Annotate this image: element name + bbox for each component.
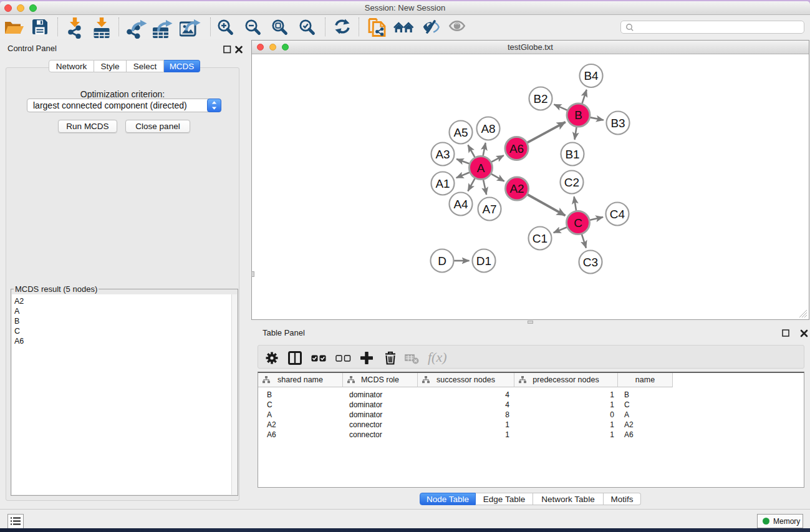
svg-text:A: A <box>477 162 485 175</box>
svg-text:A7: A7 <box>482 203 496 216</box>
svg-text:D: D <box>438 254 446 268</box>
svg-text:C1: C1 <box>533 232 547 245</box>
svg-text:C2: C2 <box>564 176 579 189</box>
svg-text:B1: B1 <box>565 148 579 161</box>
svg-text:B3: B3 <box>610 117 625 130</box>
svg-text:C: C <box>574 216 582 230</box>
svg-text:A2: A2 <box>509 182 524 195</box>
svg-text:B2: B2 <box>533 92 547 105</box>
svg-text:C4: C4 <box>610 208 625 221</box>
svg-text:A5: A5 <box>453 126 468 139</box>
svg-text:A1: A1 <box>435 177 450 190</box>
svg-text:B4: B4 <box>584 69 599 82</box>
svg-text:B: B <box>574 109 582 122</box>
svg-text:C3: C3 <box>583 256 598 269</box>
svg-text:A8: A8 <box>481 122 495 135</box>
svg-text:A3: A3 <box>435 148 450 161</box>
svg-text:D1: D1 <box>476 254 491 268</box>
svg-text:A4: A4 <box>453 198 468 211</box>
svg-text:A6: A6 <box>509 142 524 155</box>
